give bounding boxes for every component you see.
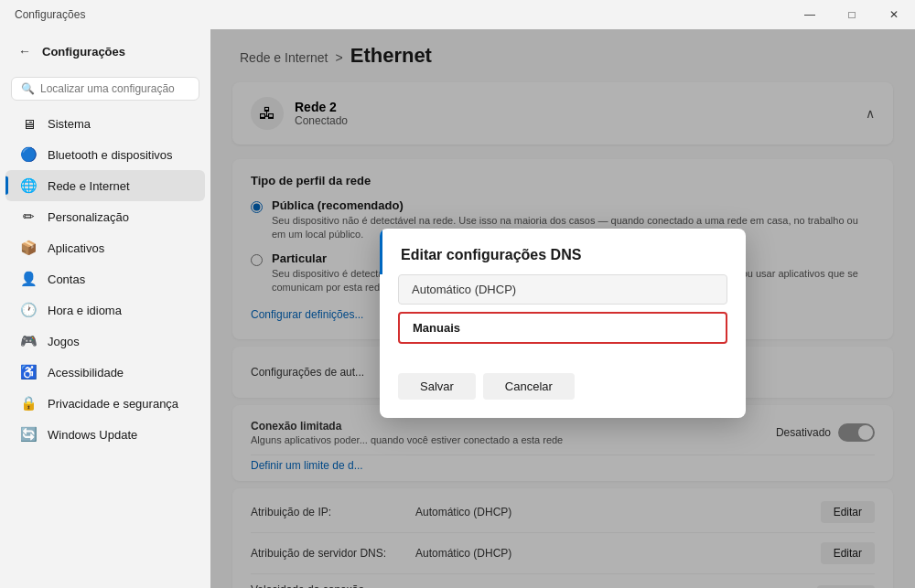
minimize-button[interactable]: — [789, 0, 831, 29]
titlebar: Configurações [0, 0, 915, 29]
dialog-overlay[interactable]: Editar configurações DNS Automático (DHC… [210, 29, 915, 588]
search-box[interactable]: 🔍 [11, 77, 199, 101]
search-input[interactable] [40, 82, 189, 95]
windows-update-icon: 🔄 [20, 426, 37, 443]
back-button[interactable]: ← [15, 40, 35, 62]
sidebar-item-label: Privacidade e segurança [48, 397, 178, 411]
app-title: Configurações [15, 8, 85, 21]
close-button[interactable]: ✕ [873, 0, 915, 29]
dialog-save-button[interactable]: Salvar [398, 373, 476, 400]
dns-dialog: Editar configurações DNS Automático (DHC… [380, 229, 746, 418]
maximize-button[interactable]: □ [831, 0, 873, 29]
sidebar-item-acessibilidade[interactable]: ♿ Acessibilidade [5, 357, 205, 388]
privacidade-icon: 🔒 [20, 395, 37, 412]
dialog-buttons: Salvar Cancelar [380, 366, 746, 418]
sidebar-item-label: Sistema [48, 117, 91, 131]
sidebar-item-label: Bluetooth e dispositivos [48, 148, 173, 162]
sidebar-item-windows-update[interactable]: 🔄 Windows Update [5, 419, 205, 450]
sidebar-item-aplicativos[interactable]: 📦 Aplicativos [5, 232, 205, 263]
sistema-icon: 🖥 [20, 115, 37, 132]
sidebar-item-label: Rede e Internet [48, 179, 130, 193]
aplicativos-icon: 📦 [20, 240, 37, 256]
dialog-cancel-button[interactable]: Cancelar [483, 373, 575, 400]
window-controls: — □ ✕ [789, 0, 915, 29]
dialog-title: Editar configurações DNS [380, 229, 746, 274]
personalizacao-icon: ✏ [20, 208, 37, 225]
sidebar-item-bluetooth[interactable]: 🔵 Bluetooth e dispositivos [5, 139, 205, 170]
main-content: Rede e Internet > Ethernet 🖧 Rede 2 Cone… [210, 29, 915, 588]
jogos-icon: 🎮 [20, 333, 37, 349]
dialog-body: Automático (DHCP) Manuais [380, 274, 746, 366]
sidebar-item-label: Personalização [48, 210, 129, 224]
hora-icon: 🕐 [20, 302, 37, 318]
sidebar-item-label: Jogos [48, 335, 80, 348]
sidebar-item-label: Hora e idioma [48, 304, 122, 317]
sidebar-item-label: Acessibilidade [48, 366, 124, 380]
dialog-option-manual[interactable]: Manuais [398, 312, 727, 344]
sidebar-item-privacidade[interactable]: 🔒 Privacidade e segurança [5, 388, 205, 419]
sidebar-item-sistema[interactable]: 🖥 Sistema [5, 108, 205, 139]
sidebar-item-rede[interactable]: 🌐 Rede e Internet [5, 170, 205, 201]
dialog-option-dhcp[interactable]: Automático (DHCP) [398, 274, 727, 305]
sidebar-item-hora[interactable]: 🕐 Hora e idioma [5, 294, 205, 326]
sidebar-item-label: Windows Update [48, 428, 137, 442]
sidebar-app-title: Configurações [42, 45, 125, 59]
sidebar-item-personalizacao[interactable]: ✏ Personalização [5, 201, 205, 232]
rede-icon: 🌐 [20, 177, 37, 194]
sidebar-header: ← Configurações [0, 29, 210, 73]
sidebar: ← Configurações 🔍 🖥 Sistema 🔵 Bluetooth … [0, 29, 210, 588]
bluetooth-icon: 🔵 [20, 146, 37, 163]
acessibilidade-icon: ♿ [20, 364, 37, 380]
sidebar-item-jogos[interactable]: 🎮 Jogos [5, 326, 205, 357]
search-icon: 🔍 [21, 82, 35, 95]
sidebar-item-label: Aplicativos [48, 241, 104, 255]
sidebar-item-label: Contas [48, 273, 85, 286]
contas-icon: 👤 [20, 271, 37, 287]
sidebar-item-contas[interactable]: 👤 Contas [5, 263, 205, 294]
